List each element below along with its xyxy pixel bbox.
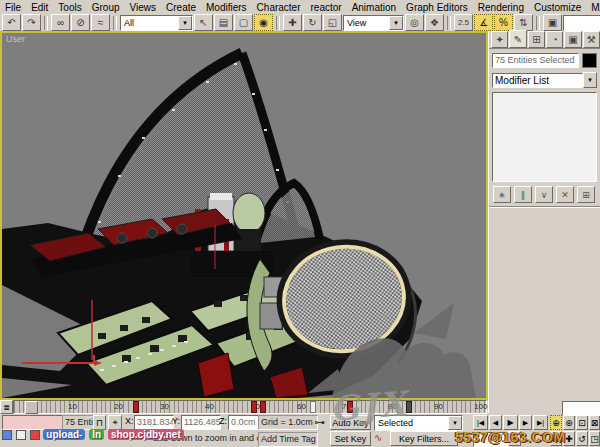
reference-coordinate-dropdown[interactable]: View ▾ [343, 15, 404, 31]
create-tab-icon[interactable]: ✦ [491, 31, 508, 48]
make-unique-icon[interactable]: ∨ [535, 186, 553, 203]
z-coordinate-field[interactable]: 0.0cm [228, 415, 260, 430]
selection-filter-value: All [124, 18, 134, 28]
select-and-link-icon[interactable]: ∞ [51, 14, 70, 31]
remove-modifier-icon[interactable]: ✕ [556, 186, 574, 203]
select-and-move-icon[interactable]: ✚ [283, 14, 302, 31]
selection-filter-dropdown[interactable]: All ▾ [120, 15, 193, 31]
select-and-scale-icon[interactable]: ◱ [323, 14, 342, 31]
window-crossing-icon[interactable]: ◉ [254, 14, 273, 31]
trackbar-tick: 60 [297, 402, 306, 411]
viewport-label[interactable]: User [6, 34, 25, 44]
y-coordinate-field[interactable]: 1126.4859 [181, 415, 221, 430]
selection-lock-button[interactable]: ⊓ [93, 415, 106, 430]
unlink-selection-icon[interactable]: ⊘ [71, 14, 90, 31]
track-bar[interactable] [13, 400, 487, 414]
menu-character[interactable]: Character [252, 1, 306, 14]
chevron-down-icon[interactable]: ▾ [583, 72, 597, 88]
edit-named-selection-sets-icon[interactable]: ▣ [543, 14, 562, 31]
keyframe-marker[interactable] [133, 401, 139, 413]
select-and-manipulate-icon[interactable]: ❖ [425, 14, 444, 31]
object-color-swatch[interactable] [582, 53, 597, 68]
modifier-list-dropdown[interactable]: Modifier List [492, 73, 583, 88]
modifier-stack-list[interactable] [492, 92, 597, 182]
mini-curve-editor-icon: ≣ [0, 400, 13, 414]
command-panel-tabs: ✦ ✎ ⊞ ◔ ▣ ⚒ [489, 31, 600, 49]
seat-headrest[interactable] [233, 193, 265, 233]
z-label: Z: [219, 414, 227, 429]
menu-views[interactable]: Views [125, 1, 162, 14]
frame-display-field[interactable] [562, 401, 600, 416]
bind-to-spacewarp-icon[interactable]: ≈ [91, 14, 110, 31]
menu-graph-editors[interactable]: Graph Editors [401, 1, 473, 14]
menu-customize[interactable]: Customize [529, 1, 586, 14]
modify-tab-icon[interactable]: ✎ [509, 30, 526, 48]
arc-rotate-button[interactable]: ↺ [576, 431, 588, 446]
percent-snap-icon[interactable]: % [494, 14, 513, 31]
hierarchy-tab-icon[interactable]: ⊞ [528, 31, 545, 48]
go-to-end-button[interactable]: ▶| [533, 415, 548, 430]
command-panel: ✦ ✎ ⊞ ◔ ▣ ⚒ 75 Entities Selected Modifie… [488, 31, 600, 413]
set-key-button[interactable]: Set Key [330, 431, 371, 446]
keyframe-marker[interactable] [310, 401, 316, 413]
main-toolbar: ↶ ↷ ∞ ⊘ ≈ All ▾ ↖ ▤ ▢ ◉ ✚ ↻ ◱ View ▾ ◎ ❖… [0, 14, 600, 31]
rectangular-region-icon[interactable]: ▢ [234, 14, 253, 31]
previous-frame-button[interactable]: ◀ [489, 415, 502, 430]
show-end-result-icon[interactable]: ∥ [514, 186, 532, 203]
trackbar-tick: 30 [160, 402, 169, 411]
utilities-tab-icon[interactable]: ⚒ [583, 31, 600, 48]
menu-tools[interactable]: Tools [53, 1, 86, 14]
keyframe-marker[interactable] [260, 401, 266, 413]
time-slider-handle[interactable] [25, 401, 38, 414]
zoom-all-button[interactable]: ⊛ [563, 415, 575, 430]
zoom-extents-button[interactable]: ⊡ [576, 415, 588, 430]
snap-toggle-icon[interactable]: 2.5 [454, 14, 473, 31]
menu-create[interactable]: Create [161, 1, 201, 14]
chevron-down-icon[interactable]: ▾ [448, 416, 462, 430]
zoom-tool-button[interactable]: ⊕ [550, 415, 562, 430]
motion-tab-icon[interactable]: ◔ [546, 31, 563, 48]
object-name-field[interactable]: 75 Entities Selected [492, 53, 579, 68]
add-time-tag[interactable]: Add Time Tag [258, 432, 318, 447]
angle-snap-icon[interactable]: ∡ [474, 14, 493, 31]
absolute-offset-toggle[interactable]: ⌖ [108, 415, 122, 430]
display-tab-icon[interactable]: ▣ [564, 31, 581, 48]
viewport-user[interactable] [0, 31, 488, 400]
x-coordinate-field[interactable]: 3181.8345 [134, 415, 174, 430]
menu-edit[interactable]: Edit [26, 1, 53, 14]
spinner-snap-icon[interactable]: ⇅ [514, 14, 533, 31]
menu-animation[interactable]: Animation [347, 1, 401, 14]
menu-maxscript[interactable]: MAXScript [586, 1, 600, 14]
menu-modifiers[interactable]: Modifiers [201, 1, 252, 14]
select-and-rotate-icon[interactable]: ↻ [303, 14, 322, 31]
menu-reactor[interactable]: reactor [306, 1, 347, 14]
min-max-toggle-button[interactable]: ◳ [589, 431, 600, 446]
maxscript-mini-listener[interactable] [2, 415, 64, 430]
pin-stack-icon[interactable]: ∗ [493, 186, 511, 203]
chevron-down-icon[interactable]: ▾ [178, 16, 192, 30]
next-frame-button[interactable]: ▶ [519, 415, 532, 430]
key-filters-button[interactable]: Key Filters... [390, 431, 458, 446]
menu-rendering[interactable]: Rendering [473, 1, 529, 14]
stack-tools: ∗ ∥ ∨ ✕ ⊞ [489, 184, 600, 205]
keyframe-marker[interactable] [251, 401, 257, 413]
play-button[interactable]: ▶ [503, 415, 518, 430]
select-by-name-icon[interactable]: ▤ [214, 14, 233, 31]
configure-modifier-sets-icon[interactable]: ⊞ [577, 186, 595, 203]
menu-file[interactable]: File [0, 1, 26, 14]
new-key-curve-icon[interactable]: ∿ [374, 432, 382, 443]
badge-square-icon [2, 430, 12, 440]
mini-curve-editor-button[interactable]: ≣ [0, 400, 13, 414]
use-pivot-center-icon[interactable]: ◎ [405, 14, 424, 31]
toolbar-separator [44, 16, 48, 30]
menu-group[interactable]: Group [87, 1, 125, 14]
chevron-down-icon[interactable]: ▾ [389, 16, 403, 30]
trackbar-tick: 40 [205, 402, 214, 411]
select-object-icon[interactable]: ↖ [194, 14, 213, 31]
named-selection-sets-dropdown[interactable]: ▾ [563, 15, 600, 31]
redo-icon[interactable]: ↷ [22, 14, 41, 31]
go-to-start-button[interactable]: |◀ [473, 415, 488, 430]
viewport-canvas[interactable] [2, 33, 486, 398]
undo-icon[interactable]: ↶ [2, 14, 21, 31]
zoom-extents-all-button[interactable]: ⊠ [589, 415, 600, 430]
